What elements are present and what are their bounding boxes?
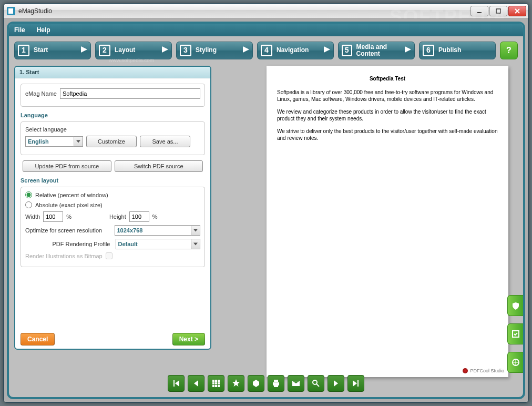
preview-paragraph: Softpedia is a library of over 300,000 f… [277, 89, 498, 103]
svg-rect-10 [218, 385, 220, 387]
first-page-button[interactable] [168, 375, 185, 392]
svg-rect-4 [218, 380, 220, 382]
svg-rect-9 [215, 385, 217, 387]
language-heading: Language [21, 112, 205, 118]
update-pdf-button[interactable]: Update PDF from source [23, 160, 111, 172]
radio-relative-label: Relative (percent of window) [35, 192, 108, 198]
preview-footer-text: PDFCool Studio [470, 368, 504, 374]
cancel-button[interactable]: Cancel [21, 333, 55, 346]
play-icon [405, 46, 411, 54]
preview-paragraph: We strive to deliver only the best produ… [277, 128, 498, 142]
menu-file[interactable]: File [14, 26, 25, 34]
step-styling[interactable]: 3 Styling [176, 42, 253, 59]
step-num: 5 [342, 45, 352, 56]
svg-rect-0 [477, 12, 482, 13]
width-label: Width [25, 214, 40, 220]
prev-button[interactable] [188, 375, 204, 392]
next-button[interactable]: Next > [172, 333, 205, 346]
height-unit: % [152, 214, 158, 220]
step-layout[interactable]: 2 Layout [95, 42, 172, 59]
height-input[interactable] [129, 211, 149, 222]
step-navigation[interactable]: 4 Navigation [257, 42, 334, 59]
side-tab-1[interactable] [507, 295, 523, 316]
wizard-title: 1. Start [15, 67, 210, 78]
thumbnails-button[interactable] [208, 375, 224, 392]
emag-name-input[interactable] [60, 88, 200, 99]
print-button[interactable] [268, 375, 284, 392]
help-tab[interactable]: ? [500, 42, 518, 59]
search-button[interactable] [308, 375, 324, 392]
width-input[interactable] [43, 211, 63, 222]
pdf-logo-icon [463, 368, 468, 373]
step-num: 1 [18, 45, 29, 56]
profile-select[interactable] [116, 239, 201, 249]
step-num: 4 [261, 45, 272, 56]
pdf-button[interactable] [248, 375, 264, 392]
svg-rect-2 [212, 380, 214, 382]
emag-name-label: eMag Name [25, 90, 57, 97]
svg-rect-3 [215, 380, 217, 382]
close-button[interactable] [508, 6, 526, 16]
maximize-button[interactable] [489, 6, 507, 16]
play-icon [243, 46, 249, 54]
document-preview: Softpedia Test Softpedia is a library of… [267, 66, 508, 377]
switch-pdf-button[interactable]: Switch PDF source [115, 160, 203, 172]
optimize-label: Optimize for screen resolution [25, 227, 111, 234]
saveas-button[interactable]: Save as... [140, 136, 190, 147]
email-button[interactable] [288, 375, 304, 392]
profile-label: PDF Rendering Profile [25, 241, 112, 247]
radio-absolute[interactable] [25, 201, 32, 208]
step-num: 6 [423, 45, 434, 56]
step-start[interactable]: 1 Start [14, 42, 91, 59]
svg-rect-1 [496, 9, 500, 13]
menubar: File Help [9, 24, 523, 36]
step-label: Layout [115, 47, 135, 54]
optimize-select[interactable] [115, 225, 201, 236]
play-icon [81, 46, 87, 54]
svg-point-11 [313, 380, 317, 384]
preview-footer: PDFCool Studio [463, 368, 504, 374]
next-button[interactable] [328, 375, 344, 392]
titlebar-title: eMagStudio [18, 7, 52, 15]
side-tabs [507, 295, 523, 373]
app-inner: File Help 1 Start 2 Layout 3 Styling [7, 22, 525, 399]
minimize-button[interactable] [470, 6, 488, 16]
width-unit: % [66, 214, 71, 220]
step-label: Navigation [277, 47, 309, 54]
step-label: Publish [438, 47, 461, 54]
help-icon: ? [506, 46, 511, 55]
height-label: Height [109, 214, 126, 220]
side-tab-2[interactable] [507, 323, 523, 344]
watermark-url: www.softpedia.com [109, 57, 154, 63]
customize-button[interactable]: Customize [86, 136, 137, 147]
side-tab-3[interactable] [507, 352, 523, 373]
step-label: Media and Content [356, 44, 405, 57]
select-language-label: Select language [25, 126, 67, 133]
bookmark-button[interactable] [228, 375, 244, 392]
wizard-panel: 1. Start eMag Name Language Select langu… [14, 66, 211, 350]
preview-title: Softpedia Test [277, 75, 498, 83]
chevron-down-icon[interactable] [191, 239, 200, 249]
window-frame: SOFTPEDIA eMagStudio File Help 1 Start [3, 3, 529, 403]
titlebar[interactable]: eMagStudio [4, 4, 528, 18]
step-media[interactable]: 5 Media and Content [338, 42, 415, 59]
step-publish[interactable]: 6 Publish [419, 42, 496, 59]
render-bitmap-checkbox [106, 252, 112, 259]
step-num: 3 [180, 45, 191, 56]
svg-rect-8 [212, 385, 214, 387]
radio-relative[interactable] [25, 191, 32, 198]
svg-rect-5 [212, 382, 214, 384]
app-icon [7, 7, 15, 15]
bottom-toolbar [9, 375, 523, 392]
step-tabs: 1 Start 2 Layout 3 Styling 4 Navigation [9, 36, 523, 59]
svg-rect-6 [215, 382, 217, 384]
last-page-button[interactable] [347, 375, 364, 392]
play-icon [162, 46, 168, 54]
screen-layout-heading: Screen layout [21, 177, 205, 184]
menu-help[interactable]: Help [37, 26, 50, 34]
chevron-down-icon[interactable] [191, 225, 200, 236]
chevron-down-icon[interactable] [74, 136, 83, 147]
step-label: Start [34, 47, 48, 54]
render-bitmap-label: Render Illustrations as Bitmap [25, 253, 103, 259]
step-label: Styling [196, 47, 217, 54]
